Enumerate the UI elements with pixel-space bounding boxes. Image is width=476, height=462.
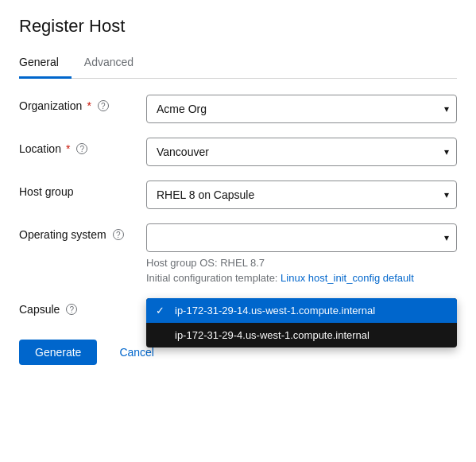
organization-control: Acme Org ▾ — [146, 95, 457, 123]
hostgroup-select[interactable]: RHEL 8 on Capsule — [146, 181, 457, 209]
os-hints: Host group OS: RHEL 8.7 Initial configur… — [146, 257, 457, 284]
os-hint-text: Host group OS: RHEL 8.7 — [146, 257, 457, 269]
location-select-wrapper: Vancouver ▾ — [146, 138, 457, 166]
operatingsystem-label: Operating system ? — [19, 223, 146, 241]
capsule-item-text-1: ip-172-31-29-14.us-west-1.compute.intern… — [175, 305, 375, 316]
hostgroup-select-wrapper: RHEL 8 on Capsule ▾ — [146, 181, 457, 209]
location-select[interactable]: Vancouver — [146, 138, 457, 166]
location-row: Location * ? Vancouver ▾ — [19, 138, 457, 166]
operatingsystem-select[interactable] — [146, 223, 457, 252]
tab-general[interactable]: General — [19, 49, 72, 79]
location-required: * — [66, 142, 70, 155]
capsule-label: Capsule ? — [19, 298, 146, 316]
capsule-dropdown-item-1[interactable]: ✓ ip-172-31-29-14.us-west-1.compute.inte… — [146, 298, 457, 323]
location-label: Location * ? — [19, 138, 146, 155]
page-title: Register Host — [19, 16, 457, 37]
organization-label: Organization * ? — [19, 95, 146, 112]
hostgroup-control: RHEL 8 on Capsule ▾ — [146, 181, 457, 209]
os-template-link[interactable]: Linux host_init_config default — [281, 272, 414, 284]
organization-select-wrapper: Acme Org ▾ — [146, 95, 457, 123]
hostgroup-row: Host group RHEL 8 on Capsule ▾ — [19, 181, 457, 209]
capsule-dropdown-item-2[interactable]: ip-172-31-29-4.us-west-1.compute.interna… — [146, 323, 457, 347]
operatingsystem-row: Operating system ? ▾ Host group OS: RHEL… — [19, 223, 457, 284]
organization-row: Organization * ? Acme Org ▾ — [19, 95, 457, 123]
tabs-container: General Advanced — [19, 49, 457, 79]
os-template-hint: Initial configuration template: Linux ho… — [146, 272, 457, 284]
operatingsystem-select-wrapper: ▾ — [146, 223, 457, 252]
capsule-row: Capsule ? ✓ ip-172-31-29-14.us-west-1.co… — [19, 298, 457, 316]
operatingsystem-control: ▾ Host group OS: RHEL 8.7 Initial config… — [146, 223, 457, 284]
capsule-help-icon[interactable]: ? — [66, 304, 77, 315]
tab-advanced[interactable]: Advanced — [84, 49, 146, 79]
organization-required: * — [87, 99, 91, 112]
capsule-dropdown: ✓ ip-172-31-29-14.us-west-1.compute.inte… — [146, 298, 457, 347]
organization-select[interactable]: Acme Org — [146, 95, 457, 123]
location-help-icon[interactable]: ? — [76, 143, 87, 154]
location-control: Vancouver ▾ — [146, 138, 457, 166]
operatingsystem-help-icon[interactable]: ? — [113, 229, 124, 240]
generate-button[interactable]: Generate — [19, 340, 97, 365]
organization-help-icon[interactable]: ? — [98, 100, 109, 111]
capsule-item-text-2: ip-172-31-29-4.us-west-1.compute.interna… — [175, 329, 370, 341]
hostgroup-label: Host group — [19, 181, 146, 198]
check-icon-1: ✓ — [156, 305, 168, 316]
